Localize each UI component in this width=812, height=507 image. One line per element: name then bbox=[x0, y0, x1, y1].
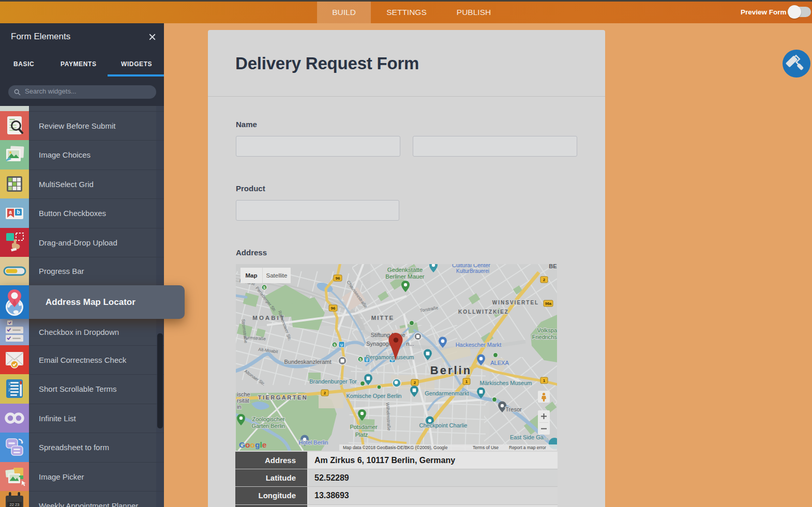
svg-text:Garten Berlin: Garten Berlin bbox=[252, 423, 285, 429]
svg-text:Hotel Berlin: Hotel Berlin bbox=[299, 439, 328, 445]
svg-text:Tresor: Tresor bbox=[505, 406, 522, 412]
svg-text:n...: n... bbox=[406, 341, 414, 347]
svg-text:96: 96 bbox=[336, 276, 340, 281]
svg-text:Checkpoint Charlie: Checkpoint Charlie bbox=[419, 422, 468, 428]
svg-text:1: 1 bbox=[8, 382, 10, 386]
svg-text:TIERGARTEN: TIERGARTEN bbox=[258, 394, 308, 401]
svg-text:Brandenburger Tor: Brandenburger Tor bbox=[309, 378, 357, 385]
svg-text:Terms of Use: Terms of Use bbox=[473, 445, 499, 450]
svg-text:2: 2 bbox=[8, 388, 10, 392]
svg-text:22 23: 22 23 bbox=[10, 502, 20, 507]
svg-text:S: S bbox=[359, 358, 362, 361]
svg-text:Map: Map bbox=[246, 272, 258, 279]
svg-text:96: 96 bbox=[331, 306, 336, 311]
svg-text:Berlin: Berlin bbox=[430, 364, 472, 377]
svg-text:WINSVIERTEL: WINSVIERTEL bbox=[492, 300, 539, 305]
svg-text:U: U bbox=[340, 343, 343, 347]
svg-text:Berliner Mauer: Berliner Mauer bbox=[385, 273, 425, 280]
svg-text:Cultural Center: Cultural Center bbox=[452, 264, 490, 268]
svg-text:Zoologischer: Zoologischer bbox=[252, 416, 285, 422]
svg-text:Potsdamer: Potsdamer bbox=[350, 424, 378, 430]
svg-text:S: S bbox=[263, 286, 266, 289]
svg-text:KOLLWITZKIEZ: KOLLWITZKIEZ bbox=[458, 309, 509, 315]
svg-text:96a: 96a bbox=[545, 301, 552, 306]
svg-text:Pergamonmuseum: Pergamonmuseum bbox=[366, 354, 414, 360]
svg-text:1: 1 bbox=[543, 378, 546, 383]
svg-text:S: S bbox=[334, 343, 336, 347]
svg-text:Gendarmenmarkt: Gendarmenmarkt bbox=[425, 390, 469, 396]
svg-text:Satellite: Satellite bbox=[266, 272, 288, 279]
svg-text:Volkspa: Volkspa bbox=[537, 327, 557, 333]
svg-text:2: 2 bbox=[543, 278, 546, 282]
svg-text:Platz: Platz bbox=[355, 432, 368, 438]
svg-text:2: 2 bbox=[324, 391, 326, 395]
svg-text:ALEXA: ALEXA bbox=[490, 360, 509, 366]
svg-text:East Side Ga...: East Side Ga... bbox=[510, 434, 548, 440]
svg-text:rsität: rsität bbox=[237, 397, 249, 404]
svg-text:Märkisches Museum: Märkisches Museum bbox=[480, 380, 532, 386]
svg-text:Report a map error: Report a map error bbox=[509, 445, 546, 450]
svg-text:Bundeskanzleramt: Bundeskanzleramt bbox=[284, 359, 331, 365]
svg-text:Hackescher Markt: Hackescher Markt bbox=[456, 342, 502, 348]
svg-text:Google: Google bbox=[239, 440, 267, 449]
svg-text:BE: BE bbox=[549, 264, 557, 269]
svg-text:b: b bbox=[17, 209, 20, 215]
svg-text:a: a bbox=[9, 209, 12, 215]
svg-text:Gedenkstätte: Gedenkstätte bbox=[387, 267, 423, 273]
svg-text:Komische Oper Berlin: Komische Oper Berlin bbox=[347, 393, 402, 399]
svg-text:MITTE: MITTE bbox=[371, 315, 395, 321]
svg-text:KulturBrauerei: KulturBrauerei bbox=[456, 268, 489, 274]
svg-text:Synagoge: Synagoge bbox=[366, 341, 392, 347]
svg-text:in: in bbox=[237, 404, 242, 410]
svg-text:Friedrichs: Friedrichs bbox=[532, 334, 557, 340]
svg-text:ische: ische bbox=[237, 391, 250, 397]
svg-text:Map data ©2018 GeoBasis-DE/BKG: Map data ©2018 GeoBasis-DE/BKG (©2009), … bbox=[343, 445, 448, 450]
svg-text:1: 1 bbox=[465, 379, 468, 384]
svg-text:2: 2 bbox=[414, 380, 416, 385]
